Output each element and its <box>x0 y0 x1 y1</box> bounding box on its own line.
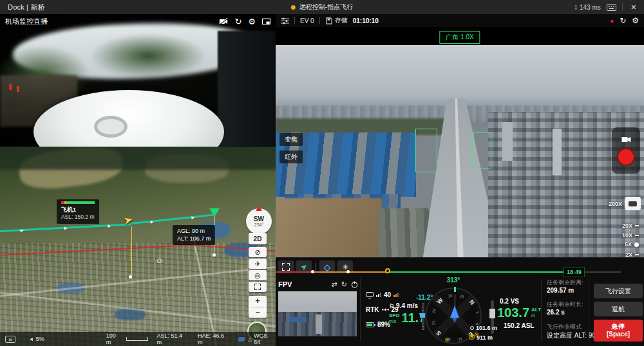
refresh-icon[interactable]: ↻ <box>341 280 347 289</box>
zoom-out-button[interactable]: − <box>255 307 260 318</box>
map-3d-view[interactable]: ▶▶▶ ▶▶ ➤ 飞机1 ASL: 150.2 m AGL: 90 m ALT:… <box>0 147 276 346</box>
storage-label[interactable]: 存储 <box>335 16 348 25</box>
cursor-zoom-indicator: ➤ 5% <box>30 336 44 342</box>
fit-frame-icon[interactable] <box>249 282 267 292</box>
alt-label: ALT <box>531 307 541 313</box>
fpv-panel: FPV ⇄ ↻ <box>278 278 358 336</box>
red-flag <box>17 86 19 92</box>
timeline-position-marker[interactable] <box>385 268 390 273</box>
vertical-speed: 0.2 VS <box>500 298 519 305</box>
timeline-waypoint-dot <box>311 270 314 273</box>
home-point-icon: Ⓗ <box>469 333 475 341</box>
emergency-stop-button[interactable]: 急停[Space] <box>594 320 643 341</box>
fpv-sky <box>278 291 357 313</box>
swap-view-icon[interactable]: ⇄ <box>332 280 337 289</box>
video-camera-icon <box>621 136 632 143</box>
spd-unit: m/s <box>389 319 399 324</box>
status-dot-icon <box>291 5 296 10</box>
legend-icon[interactable]: ▤ <box>5 336 15 343</box>
tall-building <box>502 122 513 161</box>
zoom-level-200x[interactable]: 200X <box>609 201 622 207</box>
zoom-level-20x[interactable]: 20X <box>622 223 639 229</box>
divider <box>360 278 361 341</box>
remaining-time-label: 任务剩余时长: <box>547 300 583 309</box>
refresh-icon[interactable]: ↻ <box>620 17 626 24</box>
map-2d-toggle-button[interactable]: 2D <box>249 233 267 244</box>
dock-camera-header: 机场监控直播 ↻ ⚙ <box>0 14 276 28</box>
zoom-level-5x-current[interactable]: 5X <box>625 241 639 248</box>
fpv-label: FPV <box>278 280 292 288</box>
ring-12: 12 <box>458 337 463 341</box>
signal-bars-icon <box>376 293 381 297</box>
dock-camera-feed[interactable]: 机场监控直播 ↻ ⚙ <box>0 14 276 147</box>
airplane-icon[interactable]: ✈ <box>249 259 267 269</box>
ev-value[interactable]: EV 0 <box>300 17 314 24</box>
aircraft-altitude-line <box>131 226 132 277</box>
remaining-distance-label: 任务剩余距离: <box>547 278 583 287</box>
close-button[interactable]: × <box>629 2 639 12</box>
zoom-level-10x[interactable]: 10X <box>622 232 639 239</box>
message-bubble-button[interactable] <box>625 197 641 210</box>
window-titlebar: Dock | 新桥 远程控制-指点飞行 ↕ 143 ms × <box>0 0 644 14</box>
camera-bar-actions: ● ↻ ⚙ <box>610 17 639 24</box>
camera-off-icon[interactable] <box>219 18 228 25</box>
timeline-end-time: 18:49 <box>564 267 585 277</box>
map-datum: WGS 84 <box>254 332 276 345</box>
waypoint-ground-point <box>213 253 216 257</box>
aircraft-asl: ASL: 150.2 m <box>61 214 95 221</box>
battery-percent: 89% <box>377 321 390 328</box>
flight-path-segment: ▶▶▶ <box>0 223 131 232</box>
airspace-icon[interactable]: ⊘ <box>249 247 267 257</box>
latency-icon: ↕ <box>574 3 578 11</box>
compass-direction: SW <box>254 216 264 223</box>
record-button[interactable] <box>617 148 635 166</box>
zoom-lens-button[interactable]: 变焦 <box>279 133 303 146</box>
fpv-thumbnail[interactable] <box>278 291 357 336</box>
keyboard-icon[interactable] <box>607 4 616 11</box>
storage-icon <box>325 17 332 24</box>
infrared-lens-button[interactable]: 红外 <box>279 150 303 163</box>
gear-icon[interactable]: ⚙ <box>632 17 639 24</box>
sky <box>276 45 644 106</box>
aircraft-info-label[interactable]: 飞机1 ASL: 150.2 m <box>57 199 99 224</box>
record-widget <box>612 127 640 174</box>
waypoint-marker-icon[interactable] <box>209 208 220 217</box>
aircraft-heading-tail <box>452 318 457 323</box>
cursor-zoom-value: 5% <box>36 336 44 342</box>
zoom-level-2x[interactable]: 2X <box>625 251 639 257</box>
diamond-icon: ◇ <box>324 262 330 272</box>
flight-settings-button[interactable]: 飞行设置 <box>594 284 643 298</box>
detection-box <box>415 129 437 172</box>
map-compass[interactable]: SW 234° <box>246 208 272 234</box>
divider <box>319 17 320 24</box>
rtk-label: RTK <box>366 306 379 313</box>
fpv-blue-roof <box>290 317 307 322</box>
terrain-layer-icon <box>238 337 245 341</box>
remaining-time-value: 26.2 s <box>547 309 565 316</box>
wind-row: ⚐ 9.4 m/s <box>389 302 418 309</box>
divider <box>541 278 542 341</box>
waypoint-info-label[interactable]: AGL: 90 m ALT: 106.7 m <box>173 225 215 245</box>
cursor-icon: ➤ <box>28 336 35 342</box>
lens-zoom-badge[interactable]: 广角 1.0X <box>439 31 480 44</box>
vs-gauge-handle[interactable] <box>489 309 495 318</box>
camera-params-icon[interactable] <box>281 17 289 24</box>
return-home-button[interactable]: 返航 <box>594 302 643 316</box>
zoom-in-button[interactable]: + <box>255 296 260 307</box>
ring-24: 24 <box>431 309 437 314</box>
ring-33: 33 <box>459 294 464 299</box>
main-camera-view[interactable]: 广角 1.0X 变焦 红外 200X 20X 10X 5X 2X <box>276 27 644 257</box>
ring-30: 30 <box>448 293 453 298</box>
locate-icon[interactable]: ◎ <box>249 270 267 280</box>
gear-icon[interactable]: ⚙ <box>248 17 256 26</box>
aircraft-heading-arrow <box>450 305 459 318</box>
telemetry-panel: ➤ ◇ ✳ 18:49 FPV ⇄ ↻ <box>276 257 644 346</box>
battery-icon <box>366 322 374 327</box>
pip-layout-icon[interactable] <box>262 18 270 25</box>
path-vertex-point <box>157 259 162 263</box>
spd-label: SPD <box>389 313 399 319</box>
refresh-icon[interactable]: ↻ <box>234 17 242 26</box>
work-mode-label: 飞行作业模式 <box>547 323 582 331</box>
power-icon[interactable] <box>351 281 358 288</box>
datum-icon: △ <box>248 336 252 342</box>
